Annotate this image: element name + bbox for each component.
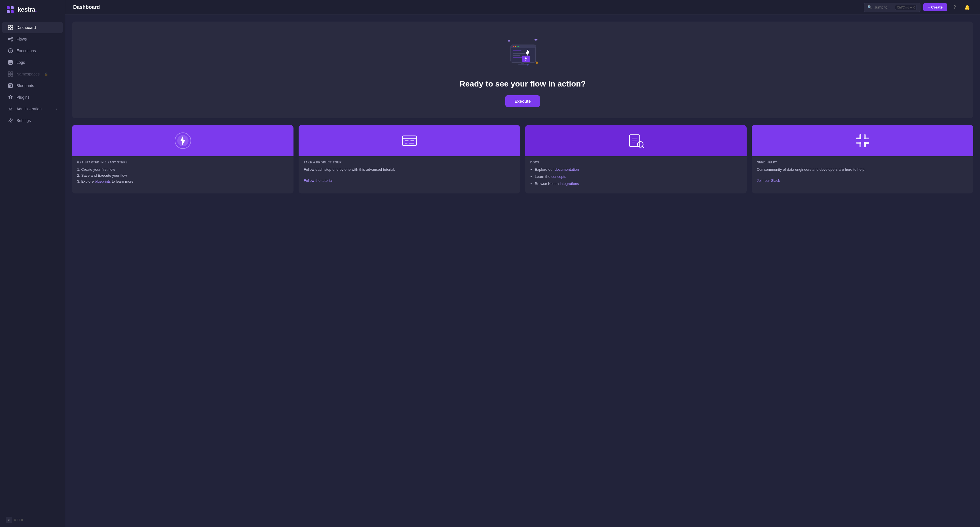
svg-rect-19 [11, 72, 13, 74]
administration-arrow-icon: › [56, 107, 57, 111]
product-tour-card: TAKE A PRODUCT TOUR Follow each step one… [299, 125, 520, 193]
svg-point-30 [527, 64, 528, 65]
product-tour-description: Follow each step one by one with this ad… [304, 167, 395, 172]
header: Dashboard 🔍 Jump to... Ctrl/Cmd + K + Cr… [65, 0, 980, 15]
svg-rect-61 [856, 138, 861, 139]
svg-rect-5 [11, 25, 13, 27]
docs-body: DOCS Explore our documentation Learn the… [525, 156, 747, 193]
svg-point-8 [8, 38, 10, 40]
sidebar-item-label-settings: Settings [16, 118, 31, 123]
sidebar-item-dashboard[interactable]: Dashboard [2, 22, 63, 33]
svg-rect-52 [405, 143, 407, 143]
svg-rect-50 [405, 140, 409, 141]
sidebar-item-settings[interactable]: Settings [2, 115, 63, 126]
svg-rect-38 [513, 55, 520, 56]
sidebar-item-label-executions: Executions [16, 48, 36, 53]
need-help-card: NEED HELP? Our community of data enginee… [752, 125, 973, 193]
hero-illustration [503, 33, 542, 73]
documentation-link[interactable]: documentation [555, 167, 579, 172]
notifications-button[interactable]: 🔔 [963, 3, 972, 12]
svg-rect-63 [864, 138, 869, 139]
svg-rect-37 [513, 53, 526, 54]
main-content: Dashboard 🔍 Jump to... Ctrl/Cmd + K + Cr… [65, 0, 980, 527]
settings-icon [8, 118, 13, 123]
svg-rect-2 [7, 10, 10, 13]
get-started-card: GET STARTED IN 3 EASY STEPS 1. Create yo… [72, 125, 293, 193]
concepts-link[interactable]: concepts [552, 174, 566, 179]
svg-rect-21 [11, 74, 13, 76]
follow-tutorial-link[interactable]: Follow the tutorial [304, 178, 332, 183]
sidebar-item-administration[interactable]: Administration › [2, 103, 63, 115]
sidebar-item-label-plugins: Plugins [16, 95, 30, 100]
hero-title: Ready to see your flow in action? [460, 80, 586, 89]
logo-text: kestra. [18, 6, 37, 13]
step3-text: 3. Explore [77, 179, 95, 183]
dashboard-content: Ready to see your flow in action? Execut… [65, 15, 980, 527]
svg-line-59 [642, 146, 644, 148]
sidebar-item-logs[interactable]: Logs [2, 57, 63, 68]
docs-browse-prefix: Browse Kestra [535, 182, 560, 186]
product-tour-category: TAKE A PRODUCT TOUR [304, 161, 515, 164]
svg-point-35 [517, 46, 519, 47]
sidebar-item-blueprints[interactable]: Blueprints [2, 80, 63, 91]
svg-rect-32 [511, 45, 536, 48]
execute-button[interactable]: Execute [505, 95, 540, 107]
sidebar-item-label-logs: Logs [16, 60, 25, 65]
search-icon: 🔍 [867, 5, 872, 10]
svg-rect-1 [11, 6, 14, 9]
product-tour-body: TAKE A PRODUCT TOUR Follow each step one… [299, 156, 520, 189]
administration-icon [8, 107, 13, 111]
blueprints-icon [8, 83, 13, 88]
sidebar-logo: kestra. [0, 0, 65, 19]
svg-rect-65 [856, 142, 861, 144]
help-button[interactable]: ? [950, 3, 959, 12]
sidebar-item-label-namespaces: Namespaces [16, 72, 40, 76]
sidebar-item-flows[interactable]: Flows [2, 33, 63, 45]
svg-rect-39 [513, 57, 523, 58]
svg-rect-6 [8, 28, 10, 30]
dashboard-icon [8, 25, 13, 30]
lock-icon: 🔒 [44, 72, 48, 76]
svg-line-11 [10, 38, 11, 39]
flows-icon [8, 37, 13, 42]
svg-point-33 [513, 46, 514, 47]
docs-text: Explore our documentation Learn the conc… [530, 167, 741, 186]
svg-rect-48 [402, 136, 417, 145]
get-started-category: GET STARTED IN 3 EASY STEPS [77, 161, 288, 164]
hero-card: Ready to see your flow in action? Execut… [72, 22, 973, 118]
svg-point-34 [515, 46, 516, 47]
sidebar-item-executions[interactable]: Executions [2, 45, 63, 56]
docs-learn-prefix: Learn the [535, 174, 552, 179]
svg-rect-44 [519, 64, 527, 65]
blueprints-link[interactable]: blueprints [95, 179, 111, 183]
need-help-category: NEED HELP? [757, 161, 968, 164]
svg-line-12 [10, 40, 11, 40]
need-help-text: Our community of data engineers and deve… [757, 167, 968, 173]
get-started-banner [72, 125, 293, 156]
docs-category: DOCS [530, 161, 741, 164]
sidebar-item-namespaces: Namespaces 🔒 [2, 68, 63, 80]
join-slack-link[interactable]: Join our Slack [757, 178, 780, 183]
svg-rect-54 [630, 135, 640, 146]
jump-to-search[interactable]: 🔍 Jump to... Ctrl/Cmd + K [864, 3, 920, 12]
svg-point-29 [536, 62, 538, 64]
svg-rect-0 [7, 6, 10, 9]
svg-point-9 [11, 37, 13, 38]
need-help-banner [752, 125, 973, 156]
docs-explore-prefix: Explore our [535, 167, 555, 172]
get-started-body: GET STARTED IN 3 EASY STEPS 1. Create yo… [72, 156, 293, 190]
logs-icon [8, 60, 13, 65]
step3-suffix: to learn more [111, 179, 134, 183]
docs-banner [525, 125, 747, 156]
svg-rect-43 [521, 62, 524, 64]
svg-rect-3 [11, 10, 14, 13]
integrations-link[interactable]: integrations [560, 182, 579, 186]
product-tour-text: Follow each step one by one with this ad… [304, 167, 515, 173]
executions-icon [8, 48, 13, 53]
sidebar-item-plugins[interactable]: Plugins [2, 92, 63, 103]
step1-text: 1. Create your first flow [77, 167, 115, 172]
create-button[interactable]: + Create [923, 3, 947, 11]
info-cards-grid: GET STARTED IN 3 EASY STEPS 1. Create yo… [72, 125, 973, 193]
collapse-sidebar-button[interactable]: « [6, 517, 12, 523]
svg-rect-18 [8, 72, 10, 74]
